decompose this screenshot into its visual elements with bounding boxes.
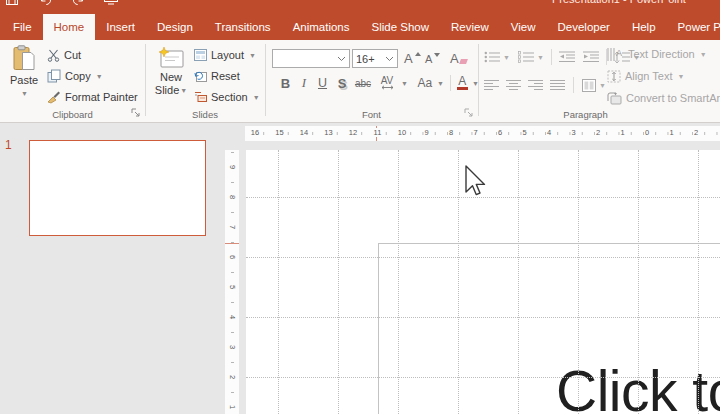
tab-review[interactable]: Review (440, 14, 500, 40)
tab-transitions[interactable]: Transitions (204, 14, 282, 40)
slide-thumbnail[interactable] (29, 140, 206, 236)
ruler-number: 3 (570, 128, 576, 137)
grid-line (338, 150, 339, 414)
tab-help[interactable]: Help (621, 14, 667, 40)
chevron-down-icon: ▼ (401, 80, 408, 87)
justify-button[interactable] (550, 79, 565, 91)
redo-icon[interactable] (72, 0, 84, 5)
ruler-position-indicator (225, 243, 239, 244)
tab-animations[interactable]: Animations (282, 14, 361, 40)
font-group-label: Font (265, 109, 478, 120)
small-divider (573, 77, 574, 93)
ruler-number: 4 (546, 128, 552, 137)
clear-formatting-button[interactable]: A (450, 49, 467, 67)
ribbon: Paste ▼ Cut Copy ▼ Format Painter Clipbo… (0, 40, 720, 123)
cut-icon (47, 49, 60, 62)
strikethrough-button[interactable]: abc (352, 78, 374, 89)
copy-button[interactable]: Copy ▼ (47, 67, 103, 85)
cut-button[interactable]: Cut (47, 46, 81, 64)
grow-font-label: A (404, 51, 413, 66)
undo-icon[interactable] (40, 0, 52, 5)
ruler-number: 7 (228, 225, 237, 229)
tab-developer[interactable]: Developer (547, 14, 621, 40)
ruler-number: 11 (373, 128, 383, 137)
new-slide-label-2: Slide (155, 84, 179, 97)
reset-button[interactable]: Reset (194, 67, 240, 85)
cut-label: Cut (64, 49, 81, 61)
horizontal-ruler: 16151413121110987654321012 (245, 126, 720, 141)
align-left-button[interactable] (484, 79, 499, 91)
copy-label: Copy (65, 70, 91, 82)
paste-button[interactable]: Paste ▼ (6, 44, 42, 104)
shrink-font-button[interactable]: A (425, 50, 440, 68)
ruler-number: 1 (619, 128, 625, 137)
new-slide-button[interactable]: New Slide ▼ (150, 44, 192, 104)
new-slide-label-1: New (160, 71, 182, 84)
tab-power-pack[interactable]: Power Pack (667, 14, 720, 40)
grow-font-button[interactable]: A (404, 49, 421, 67)
small-divider (551, 49, 552, 65)
align-center-button[interactable] (506, 79, 521, 91)
ruler-number: 1 (228, 405, 237, 409)
font-size-combobox[interactable]: 16+ (352, 49, 398, 68)
shrink-font-label: A (425, 53, 432, 65)
ruler-number: 0 (644, 128, 650, 137)
decrease-indent-button[interactable] (559, 51, 575, 63)
tab-view[interactable]: View (500, 14, 547, 40)
font-dialog-launcher[interactable] (464, 108, 475, 119)
arrow-up-icon (415, 52, 421, 56)
grid-line (246, 257, 720, 258)
grid-line (518, 150, 519, 414)
grid-line (698, 150, 699, 414)
tab-design[interactable]: Design (146, 14, 204, 40)
bold-button[interactable]: B (276, 76, 295, 91)
chevron-down-icon[interactable] (385, 56, 394, 62)
tab-insert[interactable]: Insert (95, 14, 146, 40)
columns-button[interactable] (582, 79, 596, 92)
chevron-down-icon[interactable] (337, 56, 346, 62)
font-name-combobox[interactable] (272, 49, 350, 68)
underline-button[interactable]: U (313, 76, 332, 90)
chevron-down-icon: ▼ (537, 54, 544, 61)
reset-icon (194, 70, 207, 82)
paragraph-group-label: Paragraph (478, 109, 693, 120)
align-right-button[interactable] (528, 79, 543, 91)
tab-home[interactable]: Home (43, 14, 96, 40)
ruler-number: 10 (397, 128, 407, 137)
paste-icon (13, 45, 35, 71)
grid-line (398, 150, 399, 414)
save-icon[interactable] (6, 0, 18, 5)
ruler-number: 2 (595, 128, 601, 137)
text-shadow-button[interactable]: S (332, 76, 352, 91)
chevron-down-icon: ▼ (437, 80, 444, 87)
align-text-button[interactable]: Align Text ▼ (607, 67, 684, 85)
section-button[interactable]: Section ▼ (194, 88, 260, 106)
format-painter-button[interactable]: Format Painter (47, 88, 138, 106)
change-case-button[interactable]: Aa (414, 76, 436, 90)
ruler-number: 7 (472, 128, 478, 137)
ruler-number: 9 (228, 165, 237, 169)
left-right-arrow-icon (381, 85, 394, 90)
font-color-label: A (458, 76, 466, 87)
layout-button[interactable]: Layout ▼ (194, 46, 256, 64)
new-slide-icon (158, 47, 184, 68)
convert-to-smartart-button[interactable]: Convert to SmartArt (607, 89, 720, 107)
increase-indent-button[interactable] (583, 51, 599, 63)
grid-line (458, 150, 459, 414)
text-direction-label: Text Direction (628, 48, 695, 60)
tab-slide-show[interactable]: Slide Show (361, 14, 441, 40)
start-from-beginning-icon[interactable] (104, 0, 118, 5)
bullets-button[interactable] (484, 51, 500, 63)
paste-label: Paste (10, 74, 38, 87)
chevron-down-icon: ▼ (700, 51, 707, 58)
paragraph-row-2: ▼ (484, 76, 606, 94)
character-spacing-button[interactable]: AV (374, 76, 400, 90)
text-direction-button[interactable]: A Text Direction ▼ (607, 45, 707, 63)
ruler-number: 2 (693, 128, 699, 137)
italic-button[interactable]: I (295, 75, 313, 91)
font-color-button[interactable]: A (457, 76, 468, 90)
numbering-button[interactable] (518, 51, 534, 63)
tab-file[interactable]: File (2, 14, 43, 40)
clipboard-dialog-launcher[interactable] (131, 108, 142, 119)
align-text-label: Align Text (625, 70, 673, 82)
